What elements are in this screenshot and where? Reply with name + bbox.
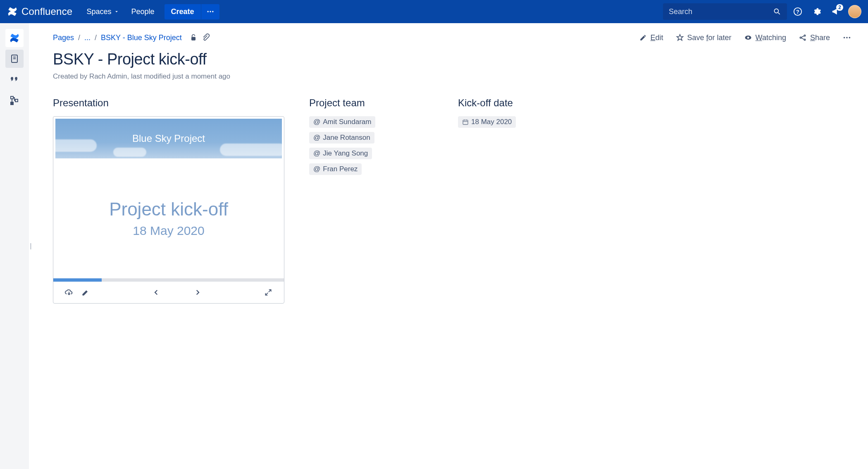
presentation-next-button[interactable] [189,284,206,301]
svg-point-1 [210,11,211,12]
svg-line-19 [801,36,804,37]
page-actions: Edit Save for later Watching Share [639,33,851,42]
breadcrumb-root[interactable]: Pages [53,34,74,42]
at-icon: @ [313,118,320,126]
gear-icon [812,7,821,16]
svg-point-17 [804,35,805,36]
svg-rect-10 [11,96,13,99]
calendar-icon [462,119,469,125]
breadcrumb-parent[interactable]: BSKY - Blue Sky Project [101,34,182,42]
svg-line-20 [801,38,804,39]
app-logo[interactable]: Confluence [7,6,72,17]
svg-point-3 [774,9,778,13]
presentation-slide-title: Project kick-off [109,199,228,220]
watch-button[interactable]: Watching [744,34,786,42]
mention-chip[interactable]: @Amit Sundaram [309,116,375,128]
svg-point-2 [212,11,213,12]
top-nav: Confluence Spaces People Create ? 2 [0,0,868,23]
create-more-button[interactable] [201,4,219,19]
search-box[interactable] [663,3,787,20]
pencil-icon [639,34,647,41]
chevron-right-icon [194,289,201,296]
settings-button[interactable] [808,3,825,20]
svg-rect-13 [191,37,196,40]
nav-people[interactable]: People [125,4,160,19]
chevron-left-icon [153,289,160,296]
svg-point-15 [747,37,749,39]
presentation-progress-fill [53,278,102,282]
svg-text:?: ? [796,9,799,15]
svg-point-18 [804,39,805,40]
svg-rect-12 [11,102,13,105]
rail-pages[interactable] [5,50,24,68]
presentation-slide-date: 18 May 2020 [133,224,204,238]
presentation-body[interactable]: Project kick-off 18 May 2020 [55,158,282,278]
rail-blog[interactable] [5,70,24,89]
date-chip[interactable]: 18 May 2020 [458,116,516,128]
rail-app-switcher[interactable] [5,29,24,47]
presentation-progress[interactable] [53,278,284,282]
section-presentation-heading: Presentation [53,97,284,109]
eye-icon [744,34,752,42]
user-avatar[interactable] [848,5,861,18]
notifications-button[interactable]: 2 [827,3,844,20]
svg-point-0 [207,11,208,12]
svg-point-16 [800,37,801,38]
presentation-download-button[interactable] [61,284,77,301]
save-for-later-button[interactable]: Save for later [676,34,732,42]
nav-spaces[interactable]: Spaces [81,4,125,19]
page-icon [10,54,19,64]
tree-icon [10,95,19,105]
attachments-icon[interactable] [202,34,210,42]
search-icon [773,7,781,16]
ellipsis-icon [842,33,851,42]
chevron-down-icon [114,9,119,14]
confluence-mark-icon [9,32,20,44]
svg-point-21 [844,37,845,38]
breadcrumb-ellipsis[interactable]: ... [84,34,91,42]
presentation-header-title: Blue Sky Project [132,133,205,144]
star-icon [676,34,684,42]
svg-point-23 [849,37,851,38]
rail-tree[interactable] [5,91,24,109]
page-title: BSKY - Project kick-off [53,50,851,68]
presentation-prev-button[interactable] [148,284,165,301]
svg-rect-11 [15,99,18,102]
breadcrumb: Pages / ... / BSKY - Blue Sky Project [53,34,210,42]
team-list: @Amit Sundaram @Jane Rotanson @Jie Yang … [309,116,433,179]
pencil-icon [81,288,90,297]
expand-icon [264,288,272,297]
mention-chip[interactable]: @Jie Yang Song [309,148,372,159]
svg-rect-24 [463,120,468,124]
edit-button[interactable]: Edit [639,34,663,42]
create-button[interactable]: Create [165,4,201,19]
section-team-heading: Project team [309,97,433,109]
presentation-fullscreen-button[interactable] [260,284,277,301]
nav-people-label: People [131,7,154,16]
presentation-card: Blue Sky Project Project kick-off 18 May… [53,116,284,304]
presentation-edit-button[interactable] [77,284,94,301]
help-icon: ? [793,7,802,16]
ellipsis-icon [206,7,215,16]
download-cloud-icon [64,288,74,297]
mention-chip[interactable]: @Fran Perez [309,163,362,175]
more-actions-button[interactable] [842,33,851,42]
rail-resize-handle[interactable]: || [30,242,31,250]
left-rail: || [0,23,29,469]
help-button[interactable]: ? [789,3,806,20]
mention-name: Jane Rotanson [323,134,370,142]
at-icon: @ [313,165,320,173]
page-meta: Created by Rach Admin, last modified jus… [53,72,851,81]
share-icon [799,34,807,42]
restrictions-icon[interactable] [189,34,198,42]
mention-name: Fran Perez [323,165,358,173]
main-content: Pages / ... / BSKY - Blue Sky Project Ed… [29,23,868,469]
presentation-toolbar [53,282,284,303]
mention-chip[interactable]: @Jane Rotanson [309,132,374,144]
nav-spaces-label: Spaces [86,7,111,16]
quote-icon [10,74,19,84]
search-input[interactable] [669,7,773,16]
notification-badge: 2 [836,4,843,11]
share-button[interactable]: Share [799,34,830,42]
confluence-mark-icon [7,6,18,17]
